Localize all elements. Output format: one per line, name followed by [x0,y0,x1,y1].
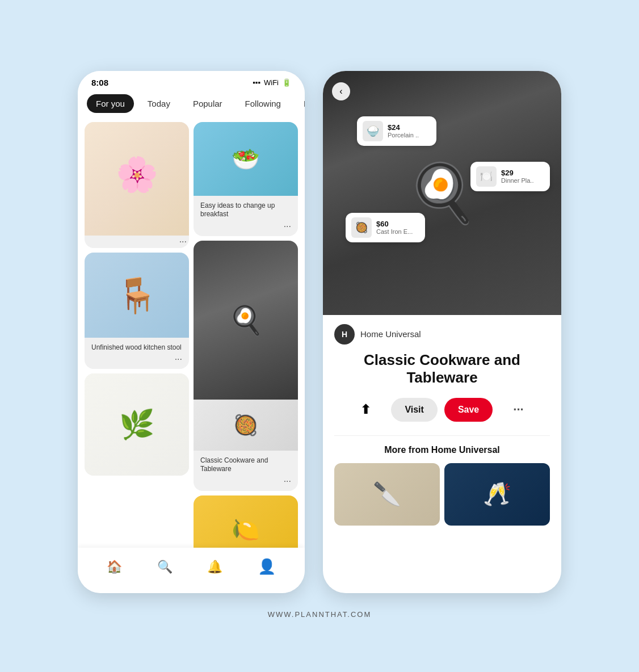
pin-detail-body: H Home Universal Classic Cookware and Ta… [323,315,561,535]
search-icon: 🔍 [157,560,173,574]
product-name-2: Dinner Pla.. [501,177,533,184]
creator-avatar: H [334,324,355,345]
nav-tabs: For you Today Popular Following Re... [78,90,305,120]
action-row: ⬆ Visit Save ··· [334,396,550,424]
creator-row: H Home Universal [334,324,550,345]
phone-right: 🍳 ‹ 🍚 $24 Porcelain .. 🍽️ $29 Dinner Pla… [323,71,561,593]
flower-image [85,122,189,236]
product-info-3: $60 Cast Iron E... [376,220,413,235]
product-info-2: $29 Dinner Pla.. [501,169,533,184]
more-img-knives[interactable]: 🔪 [334,463,440,526]
product-price-1: $24 [388,123,419,132]
back-chevron-icon: ‹ [339,86,342,96]
feed-grid: ··· Unfinished wood kitchen stool ··· [78,120,305,566]
pin-card-plant[interactable] [85,373,189,476]
status-bar: 8:08 ▪▪▪ WiFi 🔋 [78,71,305,90]
cookware-small [194,400,298,451]
product-price-3: $60 [376,220,413,228]
stool-label: Unfinished wood kitchen stool [89,340,184,354]
product-info-1: $24 Porcelain .. [388,123,419,138]
share-button[interactable]: ⬆ [347,396,384,424]
creator-name: Home Universal [360,329,421,339]
kitchen-image [194,241,298,400]
food-dots[interactable]: ··· [198,220,293,233]
food-image [194,122,298,196]
product-tag-1[interactable]: 🍚 $24 Porcelain .. [357,116,436,146]
phone-left: 8:08 ▪▪▪ WiFi 🔋 For you Today Popular Fo… [78,71,305,593]
back-button[interactable]: ‹ [332,82,350,100]
pin-card-stool[interactable]: Unfinished wood kitchen stool ··· [85,253,189,369]
pin-card-flower[interactable]: ··· [85,122,189,248]
tab-following[interactable]: Following [236,94,290,113]
stool-dots[interactable]: ··· [89,353,184,366]
feed-col-1: ··· Unfinished wood kitchen stool ··· [85,122,189,564]
more-grid: 🔪 🥂 [334,463,550,526]
avatar-icon: 👤 [258,558,276,576]
plant-image [85,373,189,476]
home-icon: 🏠 [107,560,122,574]
food-label: Easy ideas to change up breakfast [198,198,293,220]
pin-card-kitchen[interactable]: Classic Cookware and Tableware ··· [194,241,298,491]
product-name-1: Porcelain .. [388,132,419,138]
stool-image [85,253,189,338]
product-icon-2: 🍽️ [476,166,497,187]
status-time: 8:08 [91,78,108,87]
bottom-nav: 🏠 🔍 🔔 👤 [78,548,305,593]
product-price-2: $29 [501,169,533,177]
share-icon: ⬆ [360,402,371,417]
footer-url: WWW.PLANNTHAT.COM [268,610,372,619]
nav-bell-button[interactable]: 🔔 [203,555,227,579]
phones-container: 8:08 ▪▪▪ WiFi 🔋 For you Today Popular Fo… [78,71,561,593]
divider [334,435,550,436]
pin-hero: 🍳 ‹ 🍚 $24 Porcelain .. 🍽️ $29 Dinner Pla… [323,71,561,315]
pin-hero-bg: 🍳 [323,71,561,315]
bell-icon: 🔔 [207,560,222,574]
pin-card-food[interactable]: Easy ideas to change up breakfast ··· [194,122,298,236]
more-section-title: More from Home Universal [334,445,550,455]
nav-search-button[interactable]: 🔍 [153,555,177,579]
tab-for-you[interactable]: For you [87,94,134,113]
glasses-icon: 🥂 [483,481,511,507]
product-icon-1: 🍚 [363,121,383,141]
more-button[interactable]: ··· [499,396,537,424]
product-name-3: Cast Iron E... [376,228,413,235]
signal-icon: ▪▪▪ [253,78,260,87]
status-icons: ▪▪▪ WiFi 🔋 [253,78,291,87]
product-icon-3: 🥘 [351,217,372,238]
battery-icon: 🔋 [282,78,291,87]
kitchen-label: Classic Cookware and Tableware [198,453,293,475]
knives-icon: 🔪 [373,481,401,507]
kitchen-dots[interactable]: ··· [198,475,293,488]
product-tag-2[interactable]: 🍽️ $29 Dinner Pla.. [470,162,550,191]
nav-home-button[interactable]: 🏠 [102,555,127,579]
tab-re[interactable]: Re... [295,94,305,113]
feed-col-2: Easy ideas to change up breakfast ··· Cl… [194,122,298,564]
visit-button[interactable]: Visit [391,398,438,422]
product-tag-3[interactable]: 🥘 $60 Cast Iron E... [346,213,425,242]
tab-today[interactable]: Today [138,94,179,113]
more-icon: ··· [513,402,523,417]
tab-popular[interactable]: Popular [184,94,232,113]
nav-avatar-button[interactable]: 👤 [253,553,280,580]
more-img-glasses[interactable]: 🥂 [444,463,550,526]
save-button[interactable]: Save [444,398,493,422]
pin-dots-below-flower[interactable]: ··· [85,236,189,248]
wifi-icon: WiFi [264,78,279,87]
pin-title: Classic Cookware and Tableware [334,351,550,387]
